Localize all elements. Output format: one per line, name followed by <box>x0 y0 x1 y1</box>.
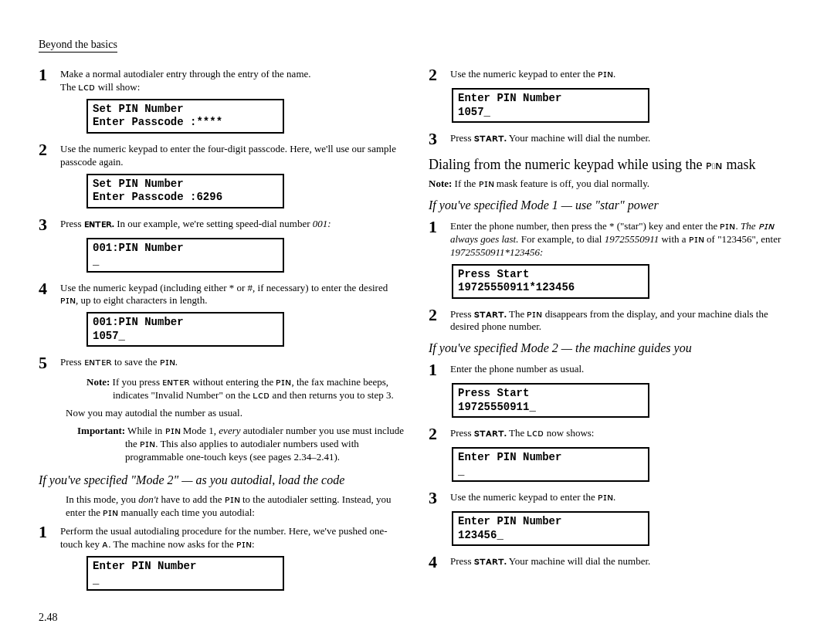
lcd-display: Press Start 19725550911*123456 <box>452 264 649 299</box>
step-text: Use the numeric keypad to enter the ᴘɪɴ. <box>450 490 795 504</box>
step-text: Press ꜱᴛᴀʀᴛ. The ᴘɪɴ disappears from the… <box>450 307 795 334</box>
step-text: Use the numeric keypad (including either… <box>60 280 405 308</box>
lcd-display: 001:PIN Number _ <box>86 238 284 273</box>
step-text: Press ꜱᴛᴀʀᴛ. Your machine will dial the … <box>450 130 795 145</box>
right-m1-step-1: 1 Enter the phone number, then press the… <box>429 219 795 259</box>
sub-heading: If you've specified Mode 1 — use "star" … <box>429 198 795 212</box>
note-text: Note: If the ᴘɪɴ mask feature is off, yo… <box>458 178 795 191</box>
step-text: Enter the phone number, then press the *… <box>450 219 795 259</box>
step-text: Use the numeric keypad to enter the ᴘɪɴ. <box>450 66 795 81</box>
step-number: 2 <box>429 425 442 442</box>
right-step-3: 3 Press ꜱᴛᴀʀᴛ. Your machine will dial th… <box>429 130 795 147</box>
section-header: Beyond the basics <box>39 39 117 53</box>
body-text: Now you may autodial the number as usual… <box>66 407 405 420</box>
step-number: 2 <box>429 307 442 324</box>
sub-heading: If you've specified Mode 2 — the machine… <box>429 341 795 355</box>
step-text: Make a normal autodialer entry through t… <box>60 68 311 80</box>
step-number: 1 <box>429 219 442 236</box>
step-number: 1 <box>39 66 53 83</box>
step-text: Press ꜱᴛᴀʀᴛ. The ʟᴄᴅ now shows: <box>450 425 795 440</box>
step-text: Press ꜱᴛᴀʀᴛ. Your machine will dial the … <box>450 554 795 568</box>
right-m2-step-1: 1 Enter the phone number as usual. <box>429 361 795 378</box>
step-number: 1 <box>39 524 53 541</box>
step-text: Enter the phone number as usual. <box>450 361 795 376</box>
note-text: Note: If you press ᴇɴᴛᴇʀ without enterin… <box>113 376 405 402</box>
page-number: 2.48 <box>39 612 58 624</box>
step-number: 2 <box>429 66 442 83</box>
lcd-display: Set PIN Number Enter Passcode :6296 <box>86 174 284 208</box>
step-number: 3 <box>39 216 53 233</box>
step-subtext: The ʟᴄᴅ will show: <box>60 81 140 93</box>
step-number: 3 <box>429 130 442 147</box>
left-step-3: 3 Press ᴇɴᴛᴇʀ. In our example, we're set… <box>39 216 405 233</box>
left-step-5: 5 Press ᴇɴᴛᴇʀ to save the ᴘɪɴ. <box>39 354 405 371</box>
left-mode2-step-1: 1 Perform the usual autodialing procedur… <box>39 524 405 551</box>
step-number: 5 <box>39 354 53 371</box>
step-number: 1 <box>429 361 442 378</box>
right-column: 2 Use the numeric keypad to enter the ᴘɪ… <box>429 66 795 598</box>
lcd-display: Enter PIN Number _ <box>452 447 649 482</box>
step-number: 2 <box>39 141 53 158</box>
step-number: 4 <box>39 280 53 297</box>
left-column: 1 Make a normal autodialer entry through… <box>39 66 405 598</box>
step-text: Press ᴇɴᴛᴇʀ. In our example, we're setti… <box>60 216 405 231</box>
important-text: Important: While in ᴘɪɴ Mode 1, every au… <box>125 425 405 464</box>
step-text: Perform the usual autodialing procedure … <box>60 524 405 551</box>
body-text: In this mode, you don't have to add the … <box>66 493 405 520</box>
lcd-display: Enter PIN Number 123456_ <box>452 511 649 546</box>
right-m2-step-3: 3 Use the numeric keypad to enter the ᴘɪ… <box>429 490 795 507</box>
right-step-2: 2 Use the numeric keypad to enter the ᴘɪ… <box>429 66 795 83</box>
section-heading: Dialing from the numeric keypad while us… <box>429 157 795 173</box>
right-m1-step-2: 2 Press ꜱᴛᴀʀᴛ. The ᴘɪɴ disappears from t… <box>429 307 795 334</box>
sub-heading: If you've specified "Mode 2" — as you au… <box>39 473 405 487</box>
right-m2-step-2: 2 Press ꜱᴛᴀʀᴛ. The ʟᴄᴅ now shows: <box>429 425 795 442</box>
step-number: 4 <box>429 554 442 571</box>
step-text: Press ᴇɴᴛᴇʀ to save the ᴘɪɴ. <box>60 354 405 369</box>
lcd-display: 001:PIN Number 1057_ <box>86 312 284 347</box>
step-number: 3 <box>429 490 442 507</box>
left-step-2: 2 Use the numeric keypad to enter the fo… <box>39 141 405 169</box>
left-step-1: 1 Make a normal autodialer entry through… <box>39 66 405 94</box>
lcd-display: Enter PIN Number 1057_ <box>452 88 649 123</box>
left-step-4: 4 Use the numeric keypad (including eith… <box>39 280 405 308</box>
step-text: Use the numeric keypad to enter the four… <box>60 141 405 169</box>
lcd-display: Press Start 19725550911_ <box>452 383 649 418</box>
right-m2-step-4: 4 Press ꜱᴛᴀʀᴛ. Your machine will dial th… <box>429 554 795 571</box>
lcd-display: Enter PIN Number _ <box>86 556 284 591</box>
lcd-display: Set PIN Number Enter Passcode :**** <box>86 99 284 134</box>
